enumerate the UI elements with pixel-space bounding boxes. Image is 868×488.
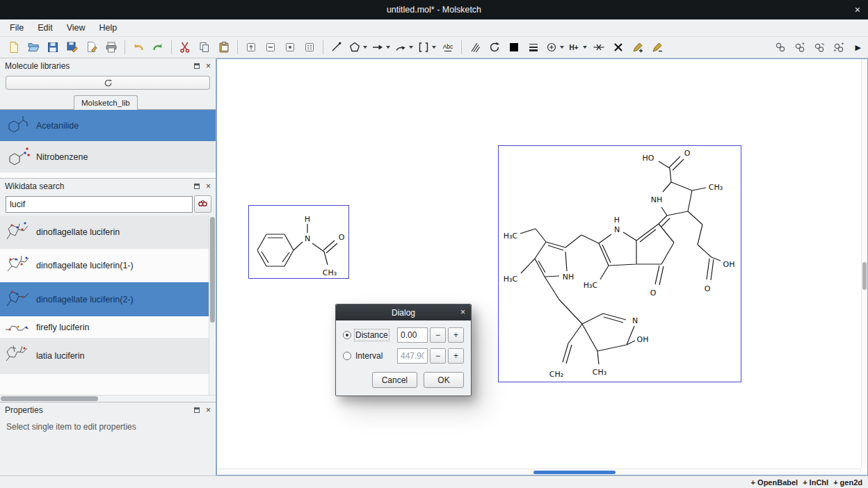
atom-label: HO [643,154,654,163]
save-as-icon [66,41,79,54]
insert-up-button[interactable] [242,38,260,56]
list-item-dinoflagellate-luciferin[interactable]: dinoflagellate luciferin [0,215,216,249]
distance-label[interactable]: Distance [355,330,388,340]
list-item-nitrobenzene[interactable]: Nitrobenzene [0,141,216,172]
wikidata-search-button[interactable] [194,195,211,213]
float-panel-icon[interactable] [194,63,200,69]
list-item-latia-luciferin[interactable]: latia luciferin [0,338,216,374]
menu-item-edit[interactable]: Edit [31,21,60,35]
interval-increment-button[interactable]: + [448,348,464,364]
electron-pair-tool-button[interactable] [810,38,828,56]
close-panel-icon[interactable]: × [206,182,211,190]
charge-tool-button[interactable] [544,38,565,56]
menu-item-help[interactable]: Help [93,21,124,35]
hydrogen-tool-button[interactable]: H+ [567,38,588,56]
tab-molsketch-lib[interactable]: Molsketch_lib [74,95,138,110]
panel-wikidata-search: Wikidata search × [0,178,216,402]
mechanism-arrow-button[interactable] [393,38,415,56]
lone-pair-tool-button[interactable] [771,38,789,56]
rotate-tool-button[interactable] [485,38,504,56]
menu-item-file[interactable]: File [3,21,31,35]
list-item-label: latia luciferin [36,351,84,361]
float-panel-icon[interactable] [194,184,200,189]
interval-input[interactable] [397,348,428,364]
scrollbar-thumb[interactable] [210,217,215,323]
radical-tool-button[interactable] [791,38,809,56]
line-width-icon [527,41,540,54]
copy-button[interactable] [195,38,214,56]
distance-increment-button[interactable]: + [448,327,464,343]
canvas-vertical-scrollbar[interactable] [861,59,867,468]
dialog-close-icon[interactable]: × [460,304,465,320]
scrollbar-thumb[interactable] [533,471,616,474]
scrollbar-thumb[interactable] [862,262,867,290]
distance-decrement-button[interactable]: − [430,327,446,343]
menu-item-view[interactable]: View [60,21,93,35]
ring-tool-button[interactable] [347,38,369,56]
list-item-firefly-luciferin[interactable]: firefly luciferin [0,316,216,338]
mechanism-arrow-icon [394,41,407,54]
toolbar-overflow-button[interactable]: ▶ [849,43,864,52]
paste-button[interactable] [215,38,233,56]
refresh-library-button[interactable] [6,76,210,90]
wikidata-search-input[interactable] [6,196,193,213]
new-file-button[interactable] [5,38,23,56]
text-tool-button[interactable]: Abc [439,38,457,56]
undo-button[interactable] [129,38,147,56]
distance-radio[interactable] [343,331,351,339]
cut-button[interactable] [176,38,194,56]
insert-badge-button[interactable] [281,38,299,56]
pen-remove-button[interactable] [648,38,666,56]
print-button[interactable] [102,38,120,56]
window-close-icon[interactable]: × [855,0,860,19]
save-file-button[interactable] [44,38,62,56]
interval-radio[interactable] [343,352,351,360]
luciferin-molecule[interactable]: HOOCH₃NHHNH₃CNHH₃CH₃COOHONOHCH₃CH₂ [498,145,741,382]
canvas-horizontal-scrollbar[interactable] [217,469,861,475]
interval-label[interactable]: Interval [355,351,383,361]
atom-label: H [614,215,620,225]
distance-input[interactable] [397,327,428,343]
line-width-button[interactable] [524,38,542,56]
ok-button[interactable]: OK [424,372,464,388]
color-swatch-button[interactable] [505,38,523,56]
wikidata-vertical-scrollbar[interactable] [209,215,216,395]
redo-button[interactable] [149,38,167,56]
pen-add-button[interactable] [629,38,647,56]
draw-bond-button[interactable] [328,38,346,56]
cancel-button[interactable]: Cancel [372,372,417,388]
export-file-button[interactable] [83,38,101,56]
delete-tool-button[interactable] [609,38,627,56]
toolbar-separator [323,40,323,54]
toolbar-separator [124,40,125,54]
interval-row: Interval − + [343,348,464,364]
wikidata-horizontal-scrollbar[interactable] [0,395,216,402]
align-tool-button[interactable] [590,38,608,56]
close-panel-icon[interactable]: × [206,406,211,414]
list-item-dinoflagellate-luciferin-1[interactable]: dinoflagellate luciferin(1-) [0,249,216,282]
open-file-button[interactable] [24,38,42,56]
window-title: untitled.mol* - Molsketch [387,5,481,15]
save-file-icon [47,41,59,54]
diradical-tool-button[interactable] [830,38,848,56]
list-item-dinoflagellate-luciferin-2[interactable]: dinoflagellate luciferin(2-) [0,282,216,316]
reaction-arrow-icon [371,41,384,54]
molecule-thumbnail [3,217,32,247]
status-gen2d: + gen2d [833,478,862,487]
insert-grid-button[interactable] [300,38,319,56]
interval-decrement-button[interactable]: − [430,348,446,364]
insert-minus-button[interactable] [262,38,280,56]
drawing-canvas[interactable]: HNOCH₃ HOOCH₃NHHNH₃CNHH₃CH₃COOHONOHCH₃CH… [216,58,868,475]
hatch-bond-button[interactable] [466,38,484,56]
scrollbar-thumb[interactable] [1,396,98,401]
acetanilide-molecule[interactable]: HNOCH₃ [248,205,349,279]
atom-label: OH [637,335,649,344]
atom-label: N [632,316,638,325]
save-as-button[interactable] [63,38,81,56]
close-panel-icon[interactable]: × [206,62,211,70]
bracket-tool-button[interactable] [416,38,437,56]
reaction-arrow-button[interactable] [370,38,392,56]
export-file-icon [86,41,98,54]
float-panel-icon[interactable] [194,407,200,413]
list-item-acetanilide[interactable]: Acetanilide [0,110,216,141]
